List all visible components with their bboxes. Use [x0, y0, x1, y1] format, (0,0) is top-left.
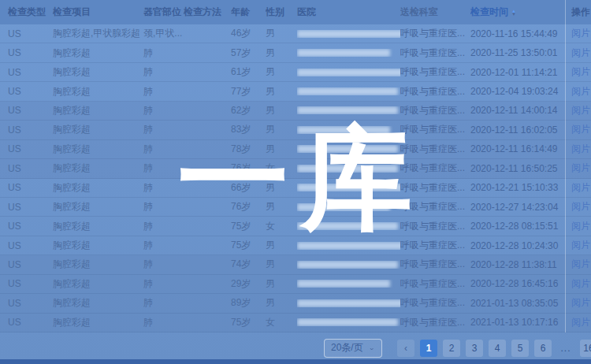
exam-time-cell: 2020-12-04 19:03:24 [470, 86, 571, 97]
organ-cell: 肺 [143, 200, 184, 214]
dept-cell: 呼吸与重症医... [400, 258, 470, 271]
page-button-16[interactable]: 16 [580, 340, 591, 357]
view-film-link[interactable]: 阅片 [571, 104, 591, 117]
view-film-link[interactable]: 阅片 [571, 239, 591, 252]
table-row[interactable]: US 胸腔彩超 肺 75岁 女 呼吸与重症医... 2021-01-13 10:… [0, 314, 591, 332]
table-row[interactable]: US 胸腔彩超 肺 57岁 男 呼吸与重症医... 2020-11-25 13:… [0, 43, 591, 62]
sort-carets-icon[interactable]: ▲▼ [511, 9, 516, 16]
table-row[interactable]: US 胸腔彩超 肺 66岁 男 呼吸与重症医... 2020-12-21 15:… [0, 179, 591, 198]
exam-type-cell: US [8, 67, 53, 78]
table-row[interactable]: US 胸腔彩超 肺 75岁 男 呼吸与重症医... 2020-12-28 10:… [0, 236, 591, 255]
redacted-hospital-block [297, 69, 400, 76]
exam-type-cell: US [8, 47, 53, 58]
exam-item-cell: 胸腔彩超 [53, 277, 143, 291]
page-button-1[interactable]: 1 [420, 340, 437, 357]
redacted-hospital-block [297, 165, 398, 173]
exam-type-cell: US [8, 240, 53, 251]
exam-time-cell: 2020-12-28 10:24:30 [470, 240, 571, 251]
age-cell: 76岁 [231, 162, 266, 175]
view-film-link[interactable]: 阅片 [571, 123, 591, 136]
view-film-link[interactable]: 阅片 [571, 296, 591, 310]
dept-cell: 呼吸与重症医... [400, 65, 470, 79]
table-row[interactable]: US 胸腔彩超 肺 78岁 男 呼吸与重症医... 2020-12-11 16:… [0, 140, 591, 159]
hospital-cell [297, 318, 400, 326]
dept-cell: 呼吸与重症医... [400, 27, 470, 40]
page-buttons: 123456...16 [420, 340, 591, 357]
table-row[interactable]: US 胸腔彩超 肺 29岁 男 呼吸与重症医... 2020-12-28 16:… [0, 275, 591, 294]
table-row[interactable]: US 胸腔彩超,甲状腺彩超 颈,甲状... 46岁 男 呼吸与重症医... 20… [0, 24, 591, 43]
col-header-exam-time[interactable]: 检查时间▲▼ [470, 6, 571, 19]
table-row[interactable]: US 胸腔彩超 肺 76岁 女 呼吸与重症医... 2020-12-11 16:… [0, 159, 591, 178]
table-row[interactable]: US 胸腔彩超 肺 77岁 男 呼吸与重症医... 2020-12-04 19:… [0, 82, 591, 101]
view-film-link[interactable]: 阅片 [571, 220, 591, 233]
view-film-link[interactable]: 阅片 [571, 200, 591, 214]
exam-time-cell: 2020-12-01 11:14:21 [470, 67, 571, 78]
table-row[interactable]: US 胸腔彩超 肺 75岁 女 呼吸与重症医... 2020-12-28 08:… [0, 217, 591, 236]
view-film-link[interactable]: 阅片 [571, 85, 591, 98]
dept-cell: 呼吸与重症医... [400, 143, 470, 156]
page-button-5[interactable]: 5 [511, 340, 529, 357]
view-film-link[interactable]: 阅片 [571, 277, 591, 291]
sex-cell: 女 [266, 162, 297, 175]
view-film-link[interactable]: 阅片 [571, 143, 591, 156]
table-row[interactable]: US 胸腔彩超 肺 62岁 男 呼吸与重症医... 2020-12-11 14:… [0, 102, 591, 121]
more-pages-button[interactable]: ... [557, 340, 574, 357]
page-button-3[interactable]: 3 [466, 340, 483, 357]
exam-item-cell: 胸腔彩超 [53, 85, 143, 98]
col-header-method: 检查方法 [184, 6, 231, 19]
age-cell: 76岁 [231, 200, 266, 214]
exam-type-cell: US [8, 143, 53, 154]
exam-time-cell: 2020-12-11 16:02:05 [470, 124, 571, 136]
prev-page-button[interactable]: ‹ [397, 340, 414, 357]
table-row[interactable]: US 胸腔彩超 肺 76岁 男 呼吸与重症医... 2020-12-27 14:… [0, 198, 591, 217]
sex-cell: 男 [266, 27, 297, 40]
view-film-link[interactable]: 阅片 [571, 46, 591, 60]
sort-caret-down-icon[interactable]: ▼ [511, 13, 516, 16]
page-button-4[interactable]: 4 [489, 340, 506, 357]
age-cell: 29岁 [231, 277, 266, 291]
view-film-link[interactable]: 阅片 [571, 27, 591, 40]
view-film-link[interactable]: 阅片 [571, 316, 591, 329]
sex-cell: 男 [266, 104, 297, 117]
hospital-cell [297, 184, 400, 191]
exam-time-cell: 2020-12-21 15:10:33 [470, 182, 571, 193]
view-film-link[interactable]: 阅片 [571, 258, 591, 271]
dept-cell: 呼吸与重症医... [400, 239, 470, 252]
exam-item-cell: 胸腔彩超 [53, 162, 143, 175]
hospital-cell [297, 203, 400, 211]
exam-item-cell: 胸腔彩超 [53, 316, 143, 329]
page-size-select[interactable]: 20条/页 ⌄ [324, 339, 382, 358]
table-row[interactable]: US 胸腔彩超 肺 89岁 男 呼吸与重症医... 2021-01-13 08:… [0, 294, 591, 313]
table-row[interactable]: US 胸腔彩超 肺 83岁 男 呼吸与重症医... 2020-12-11 16:… [0, 121, 591, 139]
col-header-organ: 器官部位 [143, 6, 184, 19]
redacted-hospital-block [297, 280, 390, 288]
exam-type-cell: US [8, 28, 53, 39]
col-header-exam-type: 检查类型 [8, 6, 53, 19]
table-row[interactable]: US 胸腔彩超 肺 74岁 男 呼吸与重症医... 2020-12-28 11:… [0, 255, 591, 274]
table-row[interactable]: US 胸腔彩超 肺 61岁 男 呼吸与重症医... 2020-12-01 11:… [0, 63, 591, 82]
exam-time-cell: 2020-12-11 16:50:25 [470, 163, 571, 174]
view-film-link[interactable]: 阅片 [571, 162, 591, 175]
sex-cell: 男 [266, 296, 297, 310]
age-cell: 62岁 [231, 104, 266, 117]
dept-cell: 呼吸与重症医... [400, 200, 470, 214]
exam-type-cell: US [8, 278, 53, 289]
view-film-link[interactable]: 阅片 [571, 65, 591, 79]
view-film-link[interactable]: 阅片 [571, 181, 591, 195]
age-cell: 75岁 [231, 316, 266, 329]
redacted-hospital-block [297, 261, 398, 269]
exam-item-cell: 胸腔彩超 [53, 104, 143, 117]
age-cell: 89岁 [231, 296, 266, 310]
exam-type-cell: US [8, 86, 53, 97]
col-header-hospital: 医院 [297, 6, 400, 19]
exam-type-cell: US [8, 298, 53, 309]
page-button-2[interactable]: 2 [443, 340, 460, 357]
exam-item-cell: 胸腔彩超,甲状腺彩超 [53, 27, 143, 40]
redacted-hospital-block [297, 106, 398, 114]
organ-cell: 肺 [143, 162, 184, 175]
sex-cell: 男 [266, 277, 297, 291]
exam-item-cell: 胸腔彩超 [53, 239, 143, 252]
page-button-6[interactable]: 6 [534, 340, 552, 357]
fixed-column-divider [565, 0, 566, 332]
exam-time-cell: 2021-01-13 08:35:05 [470, 298, 571, 309]
